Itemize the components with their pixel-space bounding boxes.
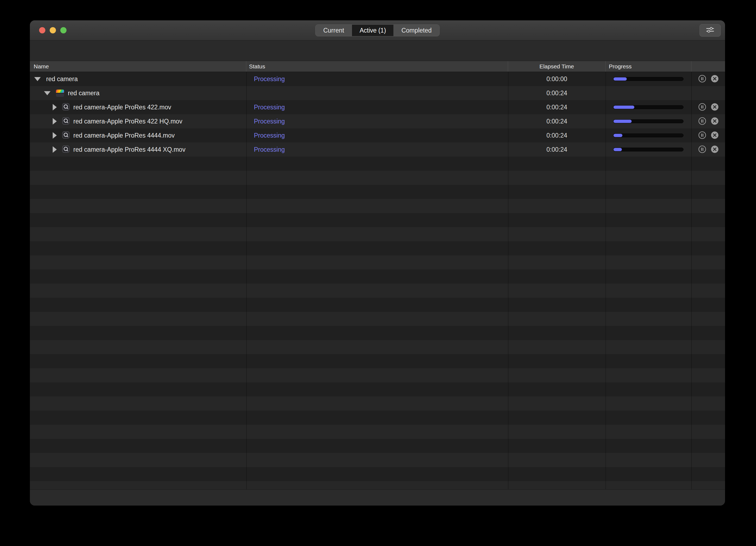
batch-row[interactable]: red camera Processing 0:00:00 [30,72,725,86]
batch-window: Current Active (1) Completed Name Status… [30,20,725,506]
empty-row [30,227,725,241]
progress-cell [606,72,691,86]
titlebar: Current Active (1) Completed [30,20,725,40]
name-cell: red camera [30,86,246,100]
progress-bar [613,134,683,137]
cancel-button[interactable] [710,75,719,83]
column-separator [246,72,247,489]
empty-row [30,439,725,453]
filter-options-button[interactable] [700,24,721,37]
empty-row [30,312,725,326]
cancel-icon [711,145,719,154]
item-name: red camera [68,90,99,97]
empty-row [30,396,725,411]
close-window-button[interactable] [39,27,45,33]
pause-button[interactable] [698,103,707,112]
cancel-icon [711,131,719,140]
empty-row [30,382,725,396]
progress-cell [606,100,691,114]
batch-filter-segmented-control: Current Active (1) Completed [315,24,439,36]
empty-row [30,411,725,425]
cancel-button[interactable] [710,117,719,126]
batch-row[interactable]: red camera 0:00:24 [30,86,725,100]
pause-button[interactable] [698,117,707,126]
disclosure-triangle-icon[interactable] [53,132,57,139]
batch-row[interactable]: red camera-Apple ProRes 4444.mov Process… [30,128,725,143]
sliders-icon [705,26,715,34]
tab-completed[interactable]: Completed [394,25,439,36]
table-header: Name Status Elapsed Time Progress [30,61,725,72]
item-name: red camera-Apple ProRes 4444 XQ.mov [73,146,185,153]
empty-row [30,298,725,312]
batch-row[interactable]: red camera-Apple ProRes 4444 XQ.mov Proc… [30,143,725,157]
empty-row [30,270,725,283]
progress-bar [613,148,683,152]
empty-row [30,199,725,213]
name-cell: red camera-Apple ProRes 422.mov [30,100,246,114]
pause-icon [698,145,706,154]
tab-current[interactable]: Current [316,25,352,36]
pause-button[interactable] [698,75,707,83]
quicktime-file-icon [62,146,70,154]
disclosure-triangle-icon[interactable] [53,118,57,125]
minimize-window-button[interactable] [50,27,56,33]
progress-bar [613,119,683,123]
progress-bar-fill [613,134,622,137]
actions-cell [691,72,725,86]
item-name: red camera-Apple ProRes 422.mov [73,104,171,111]
empty-row [30,185,725,199]
progress-bar-fill [613,120,632,123]
cancel-button[interactable] [710,103,719,112]
progress-bar [613,77,683,81]
pause-button[interactable] [698,145,707,154]
disclosure-triangle-icon[interactable] [53,146,57,153]
pause-icon [698,75,706,84]
zoom-window-button[interactable] [60,27,67,33]
batch-row[interactable]: red camera-Apple ProRes 422.mov Processi… [30,100,725,114]
disclosure-triangle-icon[interactable] [44,91,51,95]
pause-icon [698,103,706,112]
cancel-icon [711,117,719,126]
column-header-name[interactable]: Name [30,61,246,72]
empty-row [30,368,725,382]
column-header-actions [691,61,725,72]
column-separator [691,72,692,489]
progress-bar [613,105,683,109]
column-header-progress[interactable]: Progress [606,61,691,72]
progress-bar-fill [613,77,627,81]
tab-active[interactable]: Active (1) [352,25,394,36]
empty-row [30,453,725,467]
status-cell [246,86,508,100]
progress-cell [606,114,691,128]
empty-row [30,213,725,227]
pause-icon [698,117,706,126]
clapper-icon [56,90,64,97]
actions-cell [691,114,725,128]
elapsed-cell: 0:00:24 [508,100,606,114]
quicktime-file-icon [62,117,70,126]
empty-row [30,425,725,439]
column-header-elapsed[interactable]: Elapsed Time [508,61,606,72]
cancel-button[interactable] [710,145,719,154]
empty-row [30,241,725,256]
empty-row [30,256,725,270]
quicktime-file-icon [62,131,70,140]
elapsed-cell: 0:00:24 [508,128,606,143]
empty-row [30,354,725,368]
disclosure-triangle-icon[interactable] [34,77,41,81]
column-separator [508,72,508,489]
disclosure-triangle-icon[interactable] [53,104,57,111]
batch-row[interactable]: red camera-Apple ProRes 422 HQ.mov Proce… [30,114,725,128]
empty-row [30,326,725,340]
column-header-status[interactable]: Status [246,61,508,72]
quicktime-file-icon [62,103,70,112]
status-cell: Processing [246,72,508,86]
pause-button[interactable] [698,131,707,140]
empty-row [30,157,725,171]
cancel-icon [711,103,719,112]
empty-row [30,340,725,354]
toolbar-strip [30,40,725,61]
cancel-button[interactable] [710,131,719,140]
status-cell: Processing [246,114,508,128]
elapsed-cell: 0:00:24 [508,114,606,128]
